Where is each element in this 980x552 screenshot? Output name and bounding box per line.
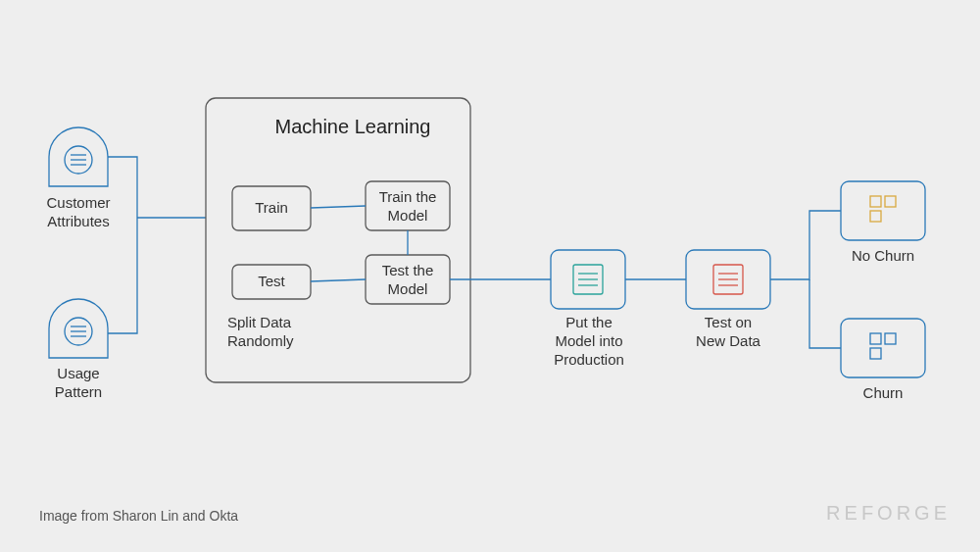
label-production: Put the Model into Production bbox=[545, 314, 633, 369]
diagram-stage: Machine Learning Customer Attributes Usa… bbox=[0, 0, 980, 552]
label-test-new: Test on New Data bbox=[684, 314, 772, 351]
label-test: Test bbox=[232, 273, 311, 291]
connector-inputs-merge bbox=[108, 157, 137, 333]
input-customer-attributes bbox=[49, 127, 108, 186]
label-usage-pattern: Usage Pattern bbox=[39, 365, 118, 402]
label-no-churn: No Churn bbox=[841, 247, 925, 266]
ml-title: Machine Learning bbox=[265, 116, 441, 138]
label-train: Train bbox=[232, 199, 311, 218]
label-test-model: Test the Model bbox=[366, 262, 450, 299]
image-caption: Image from Sharon Lin and Okta bbox=[39, 508, 238, 524]
connector-testnew-to-nochurn bbox=[770, 211, 841, 279]
diagram-svg bbox=[0, 0, 980, 552]
label-train-model: Train the Model bbox=[366, 188, 450, 226]
node-no-churn bbox=[841, 181, 925, 240]
connector-testnew-to-churn bbox=[809, 279, 841, 348]
label-churn: Churn bbox=[841, 384, 925, 403]
connector-test-to-testmodel bbox=[311, 279, 366, 281]
watermark: REFORGE bbox=[826, 502, 951, 525]
label-split-data: Split Data Randomly bbox=[227, 314, 325, 351]
node-churn bbox=[841, 319, 925, 377]
input-usage-pattern bbox=[49, 299, 108, 358]
label-customer-attributes: Customer Attributes bbox=[39, 194, 118, 231]
connector-train-to-trainmodel bbox=[311, 206, 366, 208]
